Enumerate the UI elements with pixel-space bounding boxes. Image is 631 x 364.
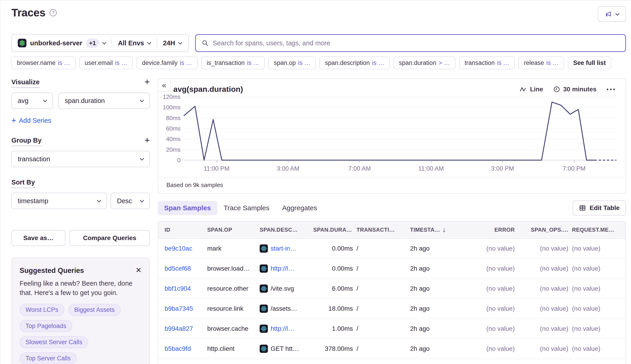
suggested-queries-title: Suggested Queries xyxy=(20,266,84,275)
timestamp-value[interactable]: 2h ago xyxy=(410,325,430,332)
date-range-selector[interactable]: 24H xyxy=(157,34,188,52)
cell-span-id[interactable]: b994a827 xyxy=(158,325,207,332)
environment-label: All Envs xyxy=(118,40,144,47)
see-full-list-button[interactable]: See full list xyxy=(568,56,611,69)
search-bar[interactable] xyxy=(195,34,626,52)
column-header-span-dura-[interactable]: SPAN.DURA… xyxy=(313,227,357,233)
cell-span-description[interactable]: start-in… xyxy=(260,244,313,252)
chart-panel: « avg(span.duration) Line xyxy=(158,78,626,194)
cell-span-id[interactable]: b5bac9fd xyxy=(158,345,207,352)
column-header-span-op[interactable]: SPAN.OP xyxy=(207,227,260,233)
tab-span-samples[interactable]: Span Samples xyxy=(158,201,217,215)
column-header-error[interactable]: ERROR xyxy=(468,227,518,233)
chevron-down-icon xyxy=(140,156,144,160)
cell-span-id[interactable]: b9ba7345 xyxy=(158,305,207,312)
add-group-by-button[interactable]: + xyxy=(145,137,150,144)
chart-interval-selector[interactable]: 30 minutes xyxy=(553,86,596,93)
add-series-button[interactable]: + Add Series xyxy=(12,116,150,125)
span-description-text[interactable]: http://l… xyxy=(271,325,294,332)
y-tick-label: 20ms xyxy=(166,146,181,153)
project-selector[interactable]: unborked-server +1 xyxy=(12,34,112,52)
column-header-id[interactable]: ID xyxy=(158,227,207,233)
project-count-badge: +1 xyxy=(86,38,99,48)
filter-chip-key: user.email xyxy=(85,60,113,66)
filter-chip-release[interactable]: releaseis … xyxy=(518,56,564,69)
suggested-chip[interactable]: Top Pageloads xyxy=(20,320,72,332)
cell-span-description[interactable]: GET htt… xyxy=(260,345,313,353)
cell-span-duration: 1.00ms xyxy=(313,325,357,332)
timestamp-value[interactable]: 2h ago xyxy=(410,345,430,352)
y-tick-label: 0 xyxy=(177,157,181,164)
filter-chip-transaction[interactable]: transactionis … xyxy=(459,56,515,69)
help-icon[interactable]: ? xyxy=(50,9,57,16)
cell-span-description[interactable]: http://l… xyxy=(260,324,313,333)
sort-direction-select[interactable]: Desc xyxy=(111,193,150,209)
chart-overflow-menu-icon[interactable]: ••• xyxy=(607,86,616,92)
cell-span-id[interactable]: be9c10ac xyxy=(158,245,207,252)
y-tick-label: 40ms xyxy=(166,136,181,142)
x-tick-label: 7:00 AM xyxy=(348,165,371,172)
compare-queries-button[interactable]: Compare Queries xyxy=(70,230,150,246)
timestamp-value[interactable]: 2h ago xyxy=(410,285,430,292)
suggested-chip[interactable]: Top Server Calls xyxy=(20,352,77,364)
chart-line-series xyxy=(184,97,616,160)
group-by-select[interactable]: transaction xyxy=(12,151,150,167)
filter-chip-op: > … xyxy=(439,60,450,66)
add-visualize-button[interactable]: + xyxy=(145,78,150,85)
filter-chip-browser.name[interactable]: browser.nameis … xyxy=(12,56,76,69)
cell-span-description[interactable]: http://l… xyxy=(260,264,313,273)
span-id-link[interactable]: bd5cef68 xyxy=(165,265,191,272)
filter-chip-span.duration[interactable]: span.duration> … xyxy=(394,56,455,69)
filter-chip-key: release xyxy=(524,60,544,66)
column-header-transacti-[interactable]: TRANSACTI… xyxy=(357,227,410,233)
column-header-span-desc-[interactable]: SPAN.DESC… xyxy=(260,227,313,233)
cell-error: (no value) xyxy=(468,345,518,352)
tab-aggregates[interactable]: Aggregates xyxy=(276,201,324,215)
react-icon xyxy=(260,345,268,353)
filter-chip-device.family[interactable]: device.familyis … xyxy=(137,56,198,69)
cell-span-id[interactable]: bbf1c904 xyxy=(158,285,207,292)
cell-span-description[interactable]: /assets… xyxy=(260,304,313,313)
cell-timestamp: 2h ago xyxy=(410,345,468,352)
filter-chip-span.description[interactable]: span.descriptionis … xyxy=(319,56,390,69)
suggested-chip[interactable]: Worst LCPs xyxy=(20,304,64,316)
tab-trace-samples[interactable]: Trace Samples xyxy=(217,201,276,215)
span-id-link[interactable]: b9ba7345 xyxy=(165,305,193,312)
column-header-label: ID xyxy=(165,227,170,233)
cell-span-id[interactable]: bd5cef68 xyxy=(158,265,207,272)
environment-selector[interactable]: All Envs xyxy=(112,34,157,52)
edit-table-button[interactable]: Edit Table xyxy=(573,200,626,216)
filter-chip-is_transaction[interactable]: is_transactionis … xyxy=(201,56,265,69)
span-id-link[interactable]: b5bac9fd xyxy=(165,345,191,352)
search-input[interactable] xyxy=(213,40,619,47)
cell-request-method: (no value) xyxy=(572,265,625,272)
span-id-link[interactable]: be9c10ac xyxy=(165,245,192,252)
timestamp-value[interactable]: 2h ago xyxy=(410,265,430,272)
filter-chip-span.op[interactable]: span.opis … xyxy=(268,56,316,69)
span-description-text[interactable]: http://l… xyxy=(271,265,294,272)
span-id-link[interactable]: bbf1c904 xyxy=(165,285,191,292)
field-select[interactable]: span.duration xyxy=(58,92,150,109)
column-header-request-me-[interactable]: REQUEST.ME… xyxy=(572,227,625,233)
column-header-timesta-[interactable]: TIMESTA…↓ xyxy=(410,226,468,234)
sort-field-select[interactable]: timestamp xyxy=(12,193,107,209)
span-description-text[interactable]: start-in… xyxy=(271,245,296,252)
column-header-span-ops-[interactable]: SPAN_OPS.… xyxy=(518,227,572,233)
chart-plot-area[interactable]: 11:00 PM3:00 AM7:00 AM11:00 AM3:00 PM7:0… xyxy=(184,97,616,160)
suggested-chip[interactable]: Slowest Server Calls xyxy=(20,336,88,348)
span-id-link[interactable]: b994a827 xyxy=(165,325,193,332)
timestamp-value[interactable]: 2h ago xyxy=(410,245,430,252)
collapse-sidebar-button[interactable]: « xyxy=(158,78,171,92)
save-as-button[interactable]: Save as… xyxy=(12,230,65,246)
timestamp-value[interactable]: 2h ago xyxy=(410,305,430,312)
whats-new-button[interactable] xyxy=(598,6,626,22)
close-icon[interactable]: ✕ xyxy=(135,266,142,274)
aggregate-select[interactable]: avg xyxy=(12,92,53,109)
cell-span-description[interactable]: /vite.svg xyxy=(260,284,313,293)
cell-span-op: browser.load… xyxy=(207,265,260,272)
y-tick-label: 120ms xyxy=(163,94,181,100)
chart-type-toggle[interactable]: Line xyxy=(520,86,543,93)
suggested-chip[interactable]: Biggest Assets xyxy=(68,304,121,316)
filter-chip-user.email[interactable]: user.emailis … xyxy=(79,56,133,69)
samples-note: Based on 9k samples xyxy=(166,182,223,188)
